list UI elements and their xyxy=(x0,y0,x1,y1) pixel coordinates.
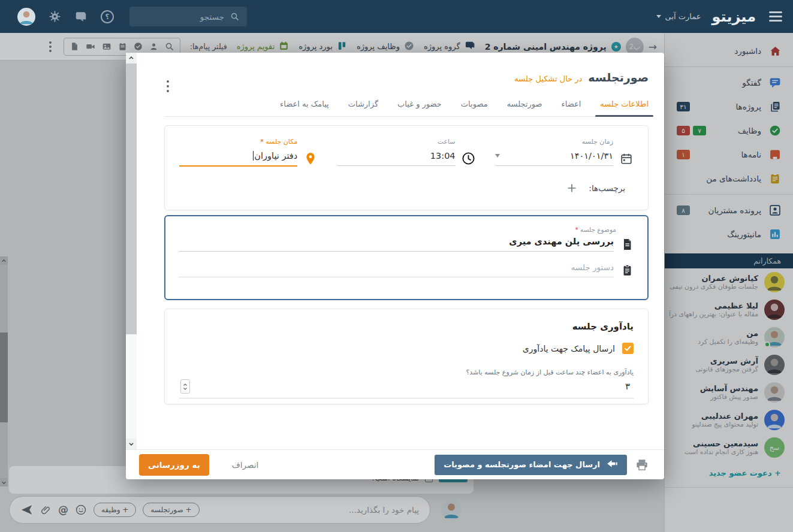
app-screen: میزیتو عمارت آبی جستجو ؟ xyxy=(0,0,793,532)
document-icon xyxy=(620,238,634,251)
navbar-left-icons: ؟ xyxy=(5,0,114,33)
required-asterisk: * xyxy=(260,138,264,146)
tab-members[interactable]: اعضاء xyxy=(562,99,581,108)
modal-body: صورتجلسه در حال تشکیل جلسه اطلاعات جلسه … xyxy=(137,53,664,449)
global-search-input[interactable]: جستجو xyxy=(129,7,247,26)
number-stepper[interactable] xyxy=(180,379,190,394)
modal-scrollbar-thumb[interactable] xyxy=(126,64,137,334)
cancel-button[interactable]: انصراف xyxy=(232,460,258,470)
tags-label: برچسب‌ها: xyxy=(589,183,625,193)
reminder-title: یادآوری جلسه xyxy=(179,321,634,332)
gear-icon[interactable] xyxy=(49,10,61,23)
text-cursor xyxy=(253,151,254,161)
meeting-datetime-card: زمان جلسه ۱۴۰۱/۰۱/۳۱ ساعت xyxy=(164,125,649,210)
date-value: ۱۴۰۱/۰۱/۳۱ xyxy=(570,151,613,161)
tab-reports[interactable]: گزارشات xyxy=(348,99,378,108)
meeting-time-input[interactable]: 13:04 xyxy=(337,151,455,166)
sms-reminder-checkbox[interactable] xyxy=(622,343,634,354)
time-value: 13:04 xyxy=(430,151,456,161)
scroll-down-icon[interactable] xyxy=(126,439,137,449)
meeting-location-input[interactable]: دفتر نیاوران xyxy=(179,151,297,167)
subject-value: بررسی پلن مهندی میری xyxy=(509,237,614,246)
tags-row: برچسب‌ها: xyxy=(179,182,634,194)
meeting-subject-input[interactable]: بررسی پلن مهندی میری xyxy=(179,237,614,252)
reminder-hours-input[interactable]: ۳ xyxy=(179,377,634,398)
app-logo: میزیتو xyxy=(712,8,756,25)
help-icon[interactable]: ؟ xyxy=(101,10,114,23)
modal-header: صورتجلسه در حال تشکیل جلسه xyxy=(164,71,649,84)
location-value: دفتر نیاوران xyxy=(254,151,297,161)
tab-minutes[interactable]: صورتجلسه xyxy=(507,99,542,108)
send-arrow-icon xyxy=(606,458,618,471)
sms-reminder-row: ارسال پیامک جهت یادآوری xyxy=(179,343,634,354)
workspace-switcher[interactable]: عمارت آبی xyxy=(656,12,701,21)
clock-icon[interactable] xyxy=(462,152,476,165)
clipboard-icon xyxy=(620,264,634,277)
send-button-label: ارسال جهت امضاء صورتجلسه و مصوبات xyxy=(444,460,600,469)
modal-status-text: در حال تشکیل جلسه xyxy=(514,74,582,83)
reminder-hours-question: یادآوری به اعضاء چند ساعت قبل از زمان شر… xyxy=(179,368,634,376)
print-icon[interactable] xyxy=(635,458,649,471)
meeting-subject-card: موضوع جلسه * بررسی پلن مهندی میری دستور … xyxy=(164,215,649,300)
messages-icon[interactable] xyxy=(74,10,88,23)
search-icon xyxy=(230,12,239,21)
navbar-right-group: میزیتو عمارت آبی xyxy=(656,8,785,25)
location-pin-icon xyxy=(303,152,318,166)
search-placeholder: جستجو xyxy=(200,12,224,22)
menu-icon[interactable] xyxy=(767,9,785,24)
chevron-down-icon xyxy=(495,154,500,158)
subject-label: موضوع جلسه xyxy=(580,226,616,233)
meeting-agenda-input[interactable]: دستور جلسه xyxy=(179,262,614,277)
update-button[interactable]: به روزرسانی xyxy=(139,454,209,476)
send-for-signature-button[interactable]: ارسال جهت امضاء صورتجلسه و مصوبات xyxy=(435,455,627,475)
modal-footer: ارسال جهت امضاء صورتجلسه و مصوبات انصراف… xyxy=(126,449,664,479)
meeting-minutes-modal: صورتجلسه در حال تشکیل جلسه اطلاعات جلسه … xyxy=(126,53,664,479)
sms-reminder-label: ارسال پیامک جهت یادآوری xyxy=(523,344,615,353)
location-label: مکان جلسه xyxy=(266,138,297,146)
user-avatar[interactable] xyxy=(17,8,35,26)
calendar-icon[interactable] xyxy=(619,152,634,165)
tab-resolutions[interactable]: مصوبات xyxy=(461,99,488,108)
add-tag-button[interactable] xyxy=(566,182,578,194)
agenda-placeholder: دستور جلسه xyxy=(571,262,614,272)
tab-sms-members[interactable]: پیامک به اعضاء xyxy=(280,99,329,108)
workspace-name: عمارت آبی xyxy=(665,12,701,21)
modal-scrollbar[interactable] xyxy=(126,53,137,449)
top-navbar: میزیتو عمارت آبی جستجو ؟ xyxy=(0,0,793,33)
scroll-up-icon[interactable] xyxy=(126,53,137,64)
required-asterisk: * xyxy=(575,226,578,233)
meeting-reminder-card: یادآوری جلسه ارسال پیامک جهت یادآوری یاد… xyxy=(164,309,649,404)
time-label: ساعت xyxy=(337,138,475,146)
tab-attendance[interactable]: حضور و غیاب xyxy=(397,99,442,108)
reminder-hours-value: ۳ xyxy=(625,381,630,392)
page-body: داشبورد گفتگو پروژه‌ها ۳۱ وظایف ۷ ۵ xyxy=(0,33,793,532)
modal-tabs: اطلاعات جلسه اعضاء صورتجلسه مصوبات حضور … xyxy=(164,99,649,117)
tab-meeting-info[interactable]: اطلاعات جلسه xyxy=(600,99,649,108)
date-label: زمان جلسه xyxy=(495,138,634,146)
meeting-location-group: مکان جلسه * دفتر نیاوران xyxy=(179,138,318,167)
agenda-row: دستور جلسه xyxy=(179,262,634,277)
meeting-date-group: زمان جلسه ۱۴۰۱/۰۱/۳۱ xyxy=(495,138,634,167)
meeting-time-group: ساعت 13:04 xyxy=(337,138,475,167)
subject-row: بررسی پلن مهندی میری xyxy=(179,237,634,252)
meeting-date-input[interactable]: ۱۴۰۱/۰۱/۳۱ xyxy=(495,151,613,166)
modal-title: صورتجلسه xyxy=(588,71,649,84)
chevron-down-icon xyxy=(656,15,661,18)
